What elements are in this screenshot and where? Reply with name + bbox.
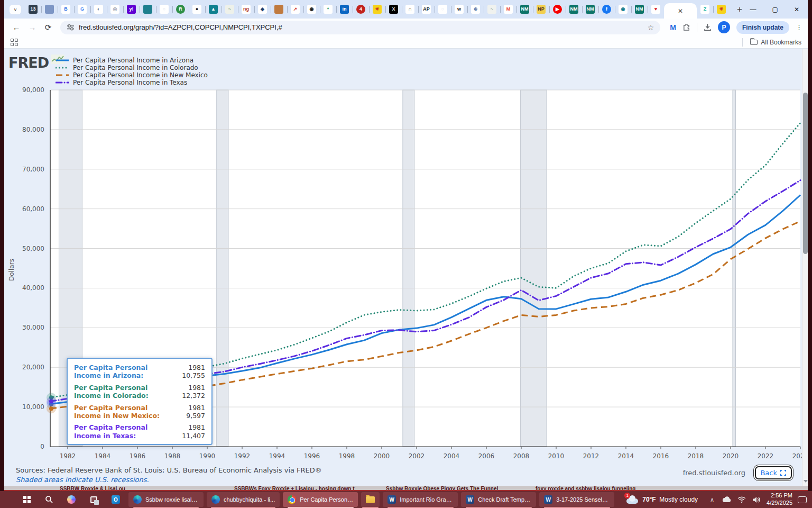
- desktop: { "icons": { "tab_search": "v", "close_t…: [0, 0, 812, 508]
- sfnm-icon: NM: [635, 5, 644, 14]
- address-bar[interactable]: fred.stlouisfed.org/graph/?id=AZPCPI,COP…: [60, 21, 660, 34]
- page-scrollbar[interactable]: [802, 49, 808, 486]
- pinned-tab[interactable]: ◆: [254, 0, 271, 19]
- pinned-tab[interactable]: ○: [435, 0, 451, 19]
- pinned-tab[interactable]: y!: [123, 0, 140, 19]
- pinned-tab[interactable]: ◎: [107, 0, 123, 19]
- pinned-tab[interactable]: in: [336, 0, 353, 19]
- task-view-button[interactable]: [82, 491, 105, 508]
- taskbar-button-chrome[interactable]: Per Capita Personal...: [283, 492, 358, 507]
- taskbar-button-word[interactable]: W3-17-2025 Senseles...: [539, 492, 614, 507]
- pinned-tab[interactable]: NM: [582, 0, 598, 19]
- site-info-icon[interactable]: [67, 23, 75, 31]
- x-axis-tick-label: 2022: [758, 452, 774, 460]
- taskbar-button-edge[interactable]: Ssbbw roxxie lisalo...: [128, 492, 204, 507]
- reload-button[interactable]: ⟳: [41, 21, 55, 34]
- pinned-tab[interactable]: NP: [533, 0, 549, 19]
- pinned-tab[interactable]: R: [172, 0, 189, 19]
- download-icon[interactable]: [704, 23, 712, 31]
- wifi-icon[interactable]: [737, 496, 746, 503]
- scrollbar-thumb[interactable]: [803, 93, 808, 254]
- pinned-tab[interactable]: [140, 0, 156, 19]
- pinned-tab[interactable]: w: [451, 0, 467, 19]
- pinned-tab[interactable]: ◉: [615, 0, 631, 19]
- pinned-tab[interactable]: M: [500, 0, 516, 19]
- bookmark-star-icon[interactable]: ☆: [648, 23, 654, 32]
- weather-widget[interactable]: 1 70°F Mostly cloudy: [622, 491, 702, 508]
- taskbar-button-word[interactable]: WCheck Draft Templa...: [461, 492, 536, 507]
- onedrive-cloud-icon[interactable]: [722, 496, 732, 503]
- x-axis-tick-label: 1992: [234, 452, 251, 460]
- pinned-tab[interactable]: AP: [418, 0, 435, 19]
- clock-widget[interactable]: 2:56 PM 4/29/2025: [767, 492, 792, 507]
- forward-nav-button[interactable]: →: [25, 21, 39, 34]
- pinned-tab[interactable]: ~: [222, 0, 238, 19]
- pinned-tab[interactable]: G: [74, 0, 90, 19]
- faint-ring-icon: ○: [160, 5, 169, 14]
- pinned-tab[interactable]: ✳: [369, 0, 385, 19]
- tray-chevron-icon[interactable]: ∧: [707, 496, 717, 503]
- outlook-button[interactable]: O: [105, 491, 127, 508]
- southwest-heart-icon: ♥: [651, 5, 660, 14]
- profile-avatar[interactable]: P: [718, 21, 730, 33]
- pinned-tab[interactable]: ●: [189, 0, 205, 19]
- scrollbar-down-arrow[interactable]: [804, 480, 808, 483]
- active-tab[interactable]: ✕: [664, 3, 697, 19]
- x-axis-tick-label: 2016: [653, 452, 669, 460]
- copilot-button[interactable]: [60, 491, 82, 508]
- folder-icon: [750, 40, 758, 45]
- pinned-tab[interactable]: [41, 0, 58, 19]
- pinned-tab[interactable]: NM: [631, 0, 648, 19]
- google-icon: G: [78, 5, 87, 14]
- new-tab-button[interactable]: +: [733, 3, 746, 16]
- pinned-tab[interactable]: ◉: [303, 0, 320, 19]
- back-nav-button[interactable]: ←: [10, 21, 23, 34]
- pinned-tab[interactable]: NM: [566, 0, 582, 19]
- green-r-icon: R: [176, 5, 185, 14]
- pinned-tab[interactable]: ▶: [549, 0, 566, 19]
- pinned-tab[interactable]: ∩: [402, 0, 418, 19]
- pinned-tab[interactable]: ◐: [90, 0, 107, 19]
- pinned-tab[interactable]: X: [385, 0, 402, 19]
- pinned-tab[interactable]: ng: [238, 0, 254, 19]
- close-tab-icon[interactable]: ✕: [678, 7, 683, 15]
- pinned-tab[interactable]: f: [598, 0, 615, 19]
- pinned-tab[interactable]: ▲: [205, 0, 222, 19]
- close-window-button[interactable]: ✕: [794, 6, 799, 13]
- pinned-tab[interactable]: ⊕: [467, 0, 484, 19]
- word-icon: W: [387, 495, 396, 504]
- pinned-tab[interactable]: ✳: [713, 0, 730, 19]
- pinned-tab[interactable]: ○: [156, 0, 172, 19]
- pinned-tab[interactable]: Z: [697, 0, 713, 19]
- search-button[interactable]: [38, 491, 60, 508]
- taskbar-button-word[interactable]: WImportant Rio Gran...: [383, 492, 458, 507]
- x-axis-tick-label: 1982: [60, 452, 76, 460]
- malwarebytes-icon[interactable]: M: [670, 23, 676, 32]
- back-button[interactable]: Back: [755, 466, 792, 479]
- all-bookmarks-button[interactable]: All Bookmarks: [742, 38, 801, 47]
- pinned-tab[interactable]: NM: [516, 0, 533, 19]
- taskbar-button-label: Check Draft Templa...: [478, 496, 531, 503]
- browser-menu-icon[interactable]: ⋮: [796, 23, 802, 31]
- recession-note-link[interactable]: Shaded areas indicate U.S. recessions.: [16, 476, 149, 484]
- pinned-tab[interactable]: *: [320, 0, 336, 19]
- extensions-puzzle-icon[interactable]: [682, 23, 690, 31]
- pinned-tab[interactable]: B: [58, 0, 74, 19]
- apps-grid-icon[interactable]: [11, 39, 18, 46]
- finish-update-button[interactable]: Finish update: [736, 21, 789, 34]
- pinned-tab[interactable]: 4: [353, 0, 369, 19]
- pinned-tab[interactable]: ♥: [648, 0, 664, 19]
- maximize-button[interactable]: ▢: [772, 6, 778, 13]
- taskbar-button-explorer[interactable]: [361, 492, 380, 507]
- pinned-tab[interactable]: ~: [484, 0, 500, 19]
- pinned-tab[interactable]: 13: [25, 0, 41, 19]
- volume-icon[interactable]: [752, 496, 761, 503]
- url-text[interactable]: fred.stlouisfed.org/graph/?id=AZPCPI,COP…: [79, 23, 643, 31]
- taskbar-button-edge[interactable]: chubbychiquita - li...: [207, 492, 280, 507]
- pinned-tab[interactable]: ↗: [287, 0, 303, 19]
- start-button[interactable]: [16, 491, 38, 508]
- minimize-button[interactable]: —: [750, 6, 756, 13]
- notification-center-icon[interactable]: [798, 496, 807, 503]
- tab-search-button[interactable]: v: [10, 5, 21, 14]
- pinned-tab[interactable]: [271, 0, 287, 19]
